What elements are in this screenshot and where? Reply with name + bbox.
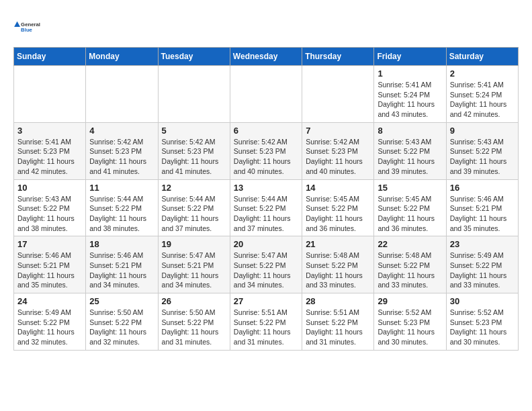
calendar-cell: 17Sunrise: 5:46 AM Sunset: 5:21 PM Dayli… (14, 236, 86, 293)
calendar-cell: 24Sunrise: 5:49 AM Sunset: 5:22 PM Dayli… (14, 293, 86, 351)
day-info: Sunrise: 5:44 AM Sunset: 5:22 PM Dayligh… (89, 194, 154, 234)
day-info: Sunrise: 5:51 AM Sunset: 5:22 PM Dayligh… (306, 308, 370, 347)
day-number: 19 (162, 239, 226, 249)
calendar-week-row: 1Sunrise: 5:41 AM Sunset: 5:24 PM Daylig… (14, 66, 519, 123)
day-number: 18 (89, 239, 154, 249)
day-info: Sunrise: 5:49 AM Sunset: 5:22 PM Dayligh… (450, 250, 515, 290)
calendar-cell: 4Sunrise: 5:42 AM Sunset: 5:23 PM Daylig… (86, 122, 158, 179)
day-info: Sunrise: 5:43 AM Sunset: 5:22 PM Dayligh… (17, 194, 82, 234)
day-number: 13 (234, 183, 298, 193)
calendar-cell: 5Sunrise: 5:42 AM Sunset: 5:23 PM Daylig… (158, 122, 230, 179)
day-info: Sunrise: 5:50 AM Sunset: 5:22 PM Dayligh… (162, 308, 226, 347)
svg-text:Blue: Blue (21, 27, 33, 33)
day-info: Sunrise: 5:47 AM Sunset: 5:21 PM Dayligh… (162, 250, 226, 290)
calendar-cell: 21Sunrise: 5:48 AM Sunset: 5:22 PM Dayli… (302, 236, 374, 293)
day-number: 8 (378, 126, 442, 136)
calendar-cell: 23Sunrise: 5:49 AM Sunset: 5:22 PM Dayli… (446, 236, 518, 293)
calendar-cell: 13Sunrise: 5:44 AM Sunset: 5:22 PM Dayli… (230, 179, 302, 236)
calendar-cell (302, 66, 374, 123)
calendar-cell: 25Sunrise: 5:50 AM Sunset: 5:22 PM Dayli… (86, 293, 158, 351)
day-number: 23 (450, 239, 515, 249)
day-info: Sunrise: 5:43 AM Sunset: 5:22 PM Dayligh… (450, 137, 515, 177)
day-info: Sunrise: 5:47 AM Sunset: 5:22 PM Dayligh… (234, 250, 298, 290)
day-header-saturday: Saturday (446, 48, 518, 66)
logo: General Blue (13, 13, 47, 40)
day-number: 24 (17, 296, 82, 306)
calendar-cell: 27Sunrise: 5:51 AM Sunset: 5:22 PM Dayli… (230, 293, 302, 351)
day-number: 4 (89, 126, 154, 136)
day-info: Sunrise: 5:42 AM Sunset: 5:23 PM Dayligh… (162, 137, 226, 177)
calendar-cell (14, 66, 86, 123)
calendar-week-row: 10Sunrise: 5:43 AM Sunset: 5:22 PM Dayli… (14, 179, 519, 236)
day-number: 21 (306, 239, 370, 249)
day-number: 5 (162, 126, 226, 136)
day-info: Sunrise: 5:43 AM Sunset: 5:22 PM Dayligh… (378, 137, 442, 177)
day-number: 25 (89, 296, 154, 306)
day-header-thursday: Thursday (302, 48, 374, 66)
calendar-cell: 22Sunrise: 5:48 AM Sunset: 5:22 PM Dayli… (374, 236, 446, 293)
calendar-cell: 8Sunrise: 5:43 AM Sunset: 5:22 PM Daylig… (374, 122, 446, 179)
day-info: Sunrise: 5:42 AM Sunset: 5:23 PM Dayligh… (234, 137, 298, 177)
day-number: 30 (450, 296, 515, 306)
calendar-cell: 20Sunrise: 5:47 AM Sunset: 5:22 PM Dayli… (230, 236, 302, 293)
day-info: Sunrise: 5:45 AM Sunset: 5:22 PM Dayligh… (306, 194, 370, 234)
day-number: 2 (450, 68, 515, 79)
day-number: 14 (306, 183, 370, 193)
calendar-cell: 7Sunrise: 5:42 AM Sunset: 5:23 PM Daylig… (302, 122, 374, 179)
day-info: Sunrise: 5:44 AM Sunset: 5:22 PM Dayligh… (162, 194, 226, 234)
day-info: Sunrise: 5:44 AM Sunset: 5:22 PM Dayligh… (234, 194, 298, 234)
calendar-cell: 2Sunrise: 5:41 AM Sunset: 5:24 PM Daylig… (446, 66, 518, 123)
day-number: 20 (234, 239, 298, 249)
svg-text:General: General (21, 21, 40, 28)
day-number: 16 (450, 183, 515, 193)
calendar-cell: 10Sunrise: 5:43 AM Sunset: 5:22 PM Dayli… (14, 179, 86, 236)
day-info: Sunrise: 5:49 AM Sunset: 5:22 PM Dayligh… (17, 308, 82, 347)
calendar-cell: 30Sunrise: 5:52 AM Sunset: 5:23 PM Dayli… (446, 293, 518, 351)
calendar-cell: 29Sunrise: 5:52 AM Sunset: 5:23 PM Dayli… (374, 293, 446, 351)
calendar-cell: 9Sunrise: 5:43 AM Sunset: 5:22 PM Daylig… (446, 122, 518, 179)
day-number: 3 (17, 126, 82, 136)
calendar-week-row: 3Sunrise: 5:41 AM Sunset: 5:23 PM Daylig… (14, 122, 519, 179)
calendar-header-row: SundayMondayTuesdayWednesdayThursdayFrid… (14, 48, 519, 66)
calendar-cell: 1Sunrise: 5:41 AM Sunset: 5:24 PM Daylig… (374, 66, 446, 123)
calendar-cell: 3Sunrise: 5:41 AM Sunset: 5:23 PM Daylig… (14, 122, 86, 179)
page-header: General Blue (13, 13, 519, 40)
calendar-cell: 11Sunrise: 5:44 AM Sunset: 5:22 PM Dayli… (86, 179, 158, 236)
day-info: Sunrise: 5:52 AM Sunset: 5:23 PM Dayligh… (450, 308, 515, 347)
day-header-monday: Monday (86, 48, 158, 66)
calendar-cell: 6Sunrise: 5:42 AM Sunset: 5:23 PM Daylig… (230, 122, 302, 179)
calendar-cell (86, 66, 158, 123)
day-header-wednesday: Wednesday (230, 48, 302, 66)
calendar-cell: 28Sunrise: 5:51 AM Sunset: 5:22 PM Dayli… (302, 293, 374, 351)
calendar-week-row: 17Sunrise: 5:46 AM Sunset: 5:21 PM Dayli… (14, 236, 519, 293)
calendar-table: SundayMondayTuesdayWednesdayThursdayFrid… (13, 47, 519, 351)
calendar-cell: 14Sunrise: 5:45 AM Sunset: 5:22 PM Dayli… (302, 179, 374, 236)
day-number: 17 (17, 239, 82, 249)
day-info: Sunrise: 5:41 AM Sunset: 5:24 PM Dayligh… (450, 80, 515, 120)
calendar-cell: 26Sunrise: 5:50 AM Sunset: 5:22 PM Dayli… (158, 293, 230, 351)
calendar-cell (230, 66, 302, 123)
logo-svg: General Blue (13, 13, 47, 40)
day-number: 9 (450, 126, 515, 136)
calendar-cell: 15Sunrise: 5:45 AM Sunset: 5:22 PM Dayli… (374, 179, 446, 236)
day-info: Sunrise: 5:45 AM Sunset: 5:22 PM Dayligh… (378, 194, 442, 234)
day-info: Sunrise: 5:48 AM Sunset: 5:22 PM Dayligh… (306, 250, 370, 290)
day-number: 28 (306, 296, 370, 306)
day-header-sunday: Sunday (14, 48, 86, 66)
svg-marker-2 (14, 21, 20, 27)
day-number: 22 (378, 239, 442, 249)
day-info: Sunrise: 5:46 AM Sunset: 5:21 PM Dayligh… (89, 250, 154, 290)
day-number: 1 (378, 68, 442, 79)
day-info: Sunrise: 5:50 AM Sunset: 5:22 PM Dayligh… (89, 308, 154, 347)
day-number: 15 (378, 183, 442, 193)
day-number: 7 (306, 126, 370, 136)
day-info: Sunrise: 5:52 AM Sunset: 5:23 PM Dayligh… (378, 308, 442, 347)
calendar-week-row: 24Sunrise: 5:49 AM Sunset: 5:22 PM Dayli… (14, 293, 519, 351)
day-number: 27 (234, 296, 298, 306)
day-header-friday: Friday (374, 48, 446, 66)
day-info: Sunrise: 5:46 AM Sunset: 5:21 PM Dayligh… (17, 250, 82, 290)
day-number: 26 (162, 296, 226, 306)
day-info: Sunrise: 5:48 AM Sunset: 5:22 PM Dayligh… (378, 250, 442, 290)
calendar-cell (158, 66, 230, 123)
day-number: 29 (378, 296, 442, 306)
